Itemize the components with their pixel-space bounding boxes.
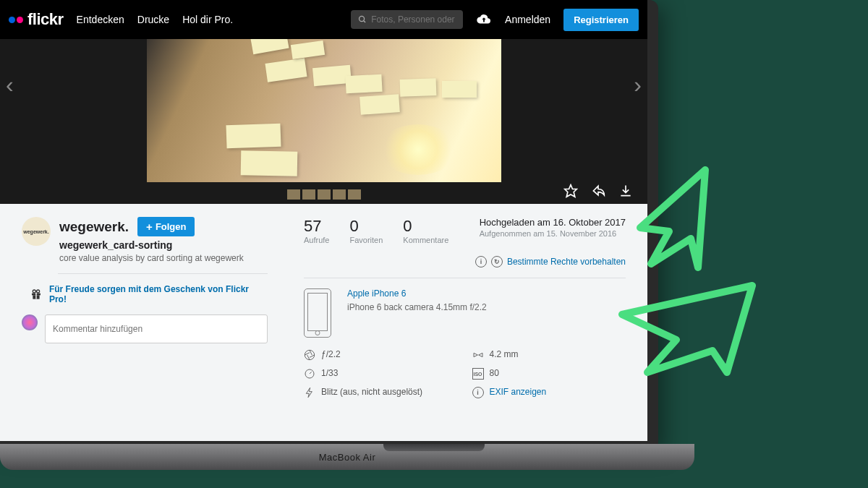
author-name[interactable]: wegewerk. (59, 219, 129, 235)
login-link[interactable]: Anmelden (505, 14, 550, 25)
photo-description: core value analysis by card sorting at w… (59, 253, 268, 263)
exif-shutter: 1/33 (321, 368, 338, 378)
laptop-label: MacBook Air (319, 452, 375, 463)
iso-icon: ISO (472, 368, 484, 380)
phone-icon (304, 288, 331, 338)
svg-point-7 (37, 290, 40, 293)
nav-explore[interactable]: Entdecken (77, 14, 124, 25)
stats: 57 Aufrufe 0 Favoriten 0 Kommentare (304, 217, 448, 244)
search-input[interactable] (371, 14, 456, 25)
svg-point-0 (359, 16, 365, 21)
current-user-avatar[interactable] (22, 314, 38, 330)
register-button[interactable]: Registrieren (563, 9, 639, 31)
faves-label: Favoriten (349, 236, 383, 244)
thumbnail-strip (287, 189, 361, 200)
views-label: Aufrufe (304, 236, 329, 244)
thumbnail[interactable] (333, 189, 346, 200)
flickr-logo[interactable]: flickr (9, 10, 64, 29)
next-photo-arrow[interactable]: › (634, 72, 642, 98)
search-icon (358, 14, 367, 25)
svg-point-6 (33, 290, 35, 293)
cc-sa-icon: ↻ (491, 256, 503, 267)
follow-button[interactable]: + Folgen (137, 217, 195, 236)
uploaded-date: Hochgeladen am 16. Oktober 2017 (480, 217, 626, 228)
photo-viewer: ‹ › (0, 39, 647, 204)
share-icon[interactable] (591, 184, 605, 198)
nav-prints[interactable]: Drucke (137, 14, 169, 25)
focal-icon (472, 349, 484, 361)
comment-input[interactable] (45, 314, 268, 343)
views-count: 57 (304, 217, 329, 236)
thumbnail[interactable] (318, 189, 331, 200)
photo-actions (563, 184, 633, 198)
follow-label: Folgen (156, 221, 187, 232)
laptop-notch (383, 444, 485, 451)
thumbnail[interactable] (348, 189, 361, 200)
taken-date: Aufgenommen am 15. November 2016 (480, 229, 626, 238)
search-box[interactable] (351, 10, 463, 29)
thumbnail[interactable] (302, 189, 315, 200)
camera-lens: iPhone 6 back camera 4.15mm f/2.2 (347, 301, 487, 314)
nav-getpro[interactable]: Hol dir Pro. (182, 14, 233, 25)
thumbnail[interactable] (287, 189, 300, 200)
upload-cloud-icon[interactable] (476, 13, 492, 26)
exif-flash: Blitz (aus, nicht ausgelöst) (321, 387, 422, 397)
star-icon[interactable] (563, 184, 578, 198)
gift-pro-link[interactable]: Für Freude sorgen mit dem Geschenk von F… (49, 284, 268, 304)
shutter-icon (304, 368, 315, 380)
show-exif-link[interactable]: EXIF anzeigen (490, 387, 547, 397)
exif-focal: 4.2 mm (490, 349, 519, 359)
browser-screen: flickr Entdecken Drucke Hol dir Pro. Anm… (0, 0, 647, 441)
prev-photo-arrow[interactable]: ‹ (6, 72, 14, 98)
aperture-icon (304, 349, 315, 361)
download-icon[interactable] (618, 184, 633, 198)
exif-aperture: ƒ/2.2 (321, 349, 341, 359)
author-avatar[interactable]: wegewerk. (22, 217, 51, 246)
flash-icon (304, 387, 315, 398)
content-area: wegewerk. wegewerk. + Folgen wegewerk_ca… (0, 204, 647, 411)
license-link[interactable]: Bestimmte Rechte vorbehalten (507, 257, 626, 267)
gift-icon (30, 288, 42, 300)
svg-rect-5 (35, 291, 36, 299)
svg-line-1 (364, 21, 366, 23)
comments-label: Kommentare (403, 236, 448, 244)
logo-text: flickr (27, 10, 64, 29)
faves-count: 0 (349, 217, 383, 236)
laptop-base: MacBook Air (0, 444, 694, 470)
top-navbar: flickr Entdecken Drucke Hol dir Pro. Anm… (0, 0, 647, 39)
exif-iso: 80 (490, 368, 499, 378)
photo-title: wegewerk_card-sorting (59, 239, 268, 251)
cc-by-icon: i (475, 256, 487, 267)
info-icon: i (472, 387, 484, 398)
comments-count: 0 (403, 217, 448, 236)
laptop-frame: flickr Entdecken Drucke Hol dir Pro. Anm… (0, 0, 658, 448)
svg-marker-2 (565, 185, 577, 197)
main-photo[interactable] (147, 39, 501, 182)
camera-model-link[interactable]: Apple iPhone 6 (347, 288, 487, 299)
svg-point-8 (305, 350, 314, 359)
